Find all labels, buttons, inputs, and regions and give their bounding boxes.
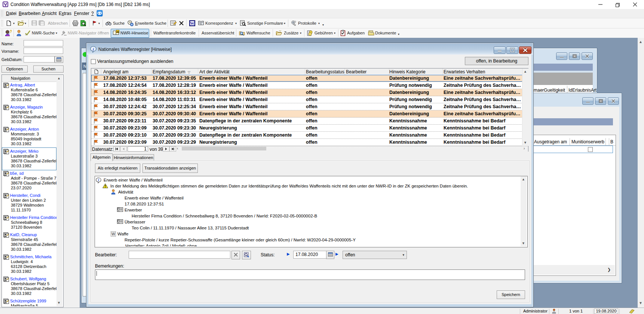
svg-text:?: ?: [10, 30, 12, 34]
svg-text:39: 39: [116, 31, 119, 33]
svg-text:W: W: [190, 21, 194, 25]
svg-text:i: i: [98, 178, 99, 182]
svg-text:W: W: [111, 232, 115, 236]
